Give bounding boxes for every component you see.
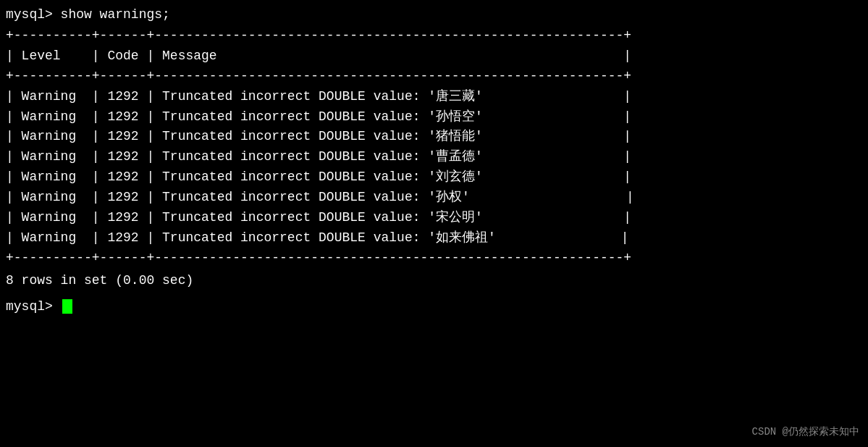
table-row: | Warning | 1292 | Truncated incorrect D…	[6, 127, 862, 147]
table-row: | Warning | 1292 | Truncated incorrect D…	[6, 87, 862, 107]
separator-top: +----------+------+---------------------…	[6, 26, 862, 46]
separator-bottom: +----------+------+---------------------…	[6, 248, 862, 269]
command-line: mysql> show warnings;	[6, 7, 862, 22]
result-line: 8 rows in set (0.00 sec)	[6, 273, 862, 288]
table-row: | Warning | 1292 | Truncated incorrect D…	[6, 208, 862, 228]
table-row: | Warning | 1292 | Truncated incorrect D…	[6, 188, 862, 208]
prompt-line: mysql>	[6, 299, 862, 314]
prompt-text: mysql>	[6, 299, 61, 314]
table-row: | Warning | 1292 | Truncated incorrect D…	[6, 228, 862, 248]
watermark: CSDN @仍然探索未知中	[752, 425, 859, 438]
table-header: | Level | Code | Message |	[6, 46, 862, 67]
separator-mid: +----------+------+---------------------…	[6, 67, 862, 87]
table-row: | Warning | 1292 | Truncated incorrect D…	[6, 167, 862, 188]
table-row: | Warning | 1292 | Truncated incorrect D…	[6, 147, 862, 167]
cursor	[62, 299, 72, 314]
terminal-window: mysql> show warnings; +----------+------…	[0, 0, 868, 447]
table-row: | Warning | 1292 | Truncated incorrect D…	[6, 107, 862, 128]
